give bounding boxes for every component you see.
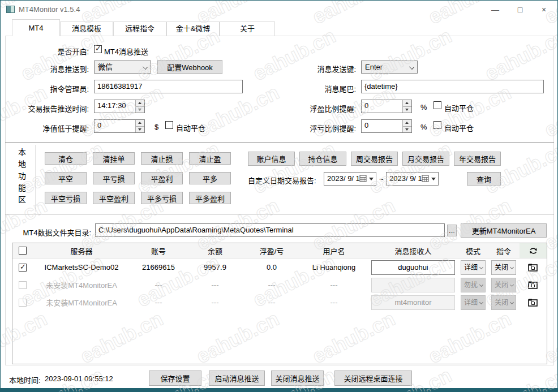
- date-to-picker[interactable]: 2023/ 9/ 1: [386, 172, 439, 186]
- update-ea-button[interactable]: 更新MT4MonitorEA: [461, 223, 547, 238]
- close-remote-desktop-button[interactable]: 关闭远程桌面连接: [334, 371, 412, 386]
- spin-down-icon[interactable]: [136, 107, 144, 113]
- yearly-report-button[interactable]: 年交易报告: [454, 152, 501, 166]
- clear-pending-button[interactable]: 清挂单: [93, 152, 135, 165]
- command-select[interactable]: 关闭: [491, 260, 516, 275]
- refresh-sort-icon[interactable]: [529, 247, 538, 255]
- maximize-button[interactable]: □: [508, 1, 533, 19]
- row-checkbox[interactable]: [19, 299, 27, 307]
- query-button[interactable]: 查询: [467, 172, 501, 186]
- spin-up-icon[interactable]: [403, 100, 411, 107]
- cell-user: Li Huanqiong: [300, 259, 368, 276]
- mode-select[interactable]: 详细: [461, 295, 486, 310]
- clear-takeprofit-button[interactable]: 清止盈: [189, 152, 231, 165]
- close-all-button[interactable]: 清仓: [45, 152, 87, 165]
- close-long-profit-button[interactable]: 平多盈利: [189, 192, 231, 204]
- cell-server: 未安装MT4MonitorEA: [33, 294, 130, 311]
- receiver-input[interactable]: duguohui: [371, 260, 455, 275]
- equity-alert-spinner[interactable]: 0: [94, 119, 145, 133]
- close-short-loss-button[interactable]: 平空亏损: [45, 192, 87, 204]
- spinner-arrows[interactable]: [135, 120, 144, 132]
- mode-select[interactable]: 勿扰: [461, 278, 486, 292]
- msg-tail-input[interactable]: {datetime}: [361, 80, 544, 93]
- enable-checkbox[interactable]: [94, 45, 102, 53]
- mode-value: 详细: [464, 264, 478, 272]
- equity-auto-close-checkbox[interactable]: [165, 121, 173, 129]
- spinner-arrows[interactable]: [402, 120, 411, 132]
- row-checkbox[interactable]: [19, 264, 27, 272]
- position-info-button[interactable]: 持仓信息: [299, 152, 346, 166]
- start-push-button[interactable]: 启动消息推送: [209, 371, 265, 386]
- divider: [5, 214, 554, 214]
- clear-stoploss-button[interactable]: 清止损: [141, 152, 183, 165]
- tab-mt4[interactable]: MT4: [12, 19, 60, 36]
- monthly-report-button[interactable]: 月交易报告: [402, 152, 449, 166]
- browse-button[interactable]: ...: [447, 225, 457, 236]
- tab-jinshi-weibo[interactable]: 金十&微博: [166, 21, 220, 36]
- loss-alert-spinner[interactable]: 0: [361, 119, 412, 133]
- send-key-label: 消息发送键:: [267, 63, 356, 74]
- loss-auto-close-checkbox[interactable]: [433, 121, 441, 129]
- close-button[interactable]: ×: [531, 1, 556, 19]
- date-from-picker[interactable]: 2023/ 9/ 1: [324, 172, 376, 186]
- close-profiting-button[interactable]: 平盈利: [141, 172, 183, 184]
- admin-label: 指令管理员:: [5, 83, 89, 94]
- col-receiver: 消息接收人: [368, 243, 458, 258]
- directory-input[interactable]: C:\Users\duguohui\AppData\Roaming\MetaQu…: [95, 223, 445, 237]
- tab-remote-command[interactable]: 远程指令: [113, 21, 166, 36]
- command-value: 关闭: [495, 264, 508, 272]
- spinner-arrows[interactable]: [402, 100, 411, 113]
- report-time-value: 14:17:30: [97, 101, 126, 110]
- close-losing-button[interactable]: 平亏损: [93, 172, 135, 184]
- receiver-input[interactable]: mt4monitor: [371, 295, 455, 310]
- account-info-button[interactable]: 账户信息: [248, 152, 295, 166]
- chevron-down-icon: [479, 300, 483, 304]
- tab-about[interactable]: 关于: [220, 21, 275, 36]
- config-webhook-button[interactable]: 配置Webhook: [157, 60, 222, 74]
- spin-up-icon[interactable]: [136, 120, 144, 127]
- col-command: 指令: [488, 243, 520, 258]
- profit-auto-close-checkbox[interactable]: [433, 101, 441, 109]
- command-select[interactable]: 关闭: [491, 295, 516, 310]
- open-folder-icon[interactable]: [528, 298, 538, 307]
- enable-label: 是否开启:: [5, 46, 89, 57]
- col-account: 账号: [130, 243, 187, 258]
- minimize-button[interactable]: —: [483, 1, 508, 19]
- row-checkbox[interactable]: [19, 281, 27, 289]
- profit-alert-spinner[interactable]: 0: [361, 100, 412, 113]
- equity-alert-label: 净值低于提醒:: [5, 123, 89, 133]
- command-select[interactable]: 关闭: [491, 278, 516, 292]
- col-user: 用户名: [300, 243, 368, 258]
- close-long-loss-button[interactable]: 平多亏损: [141, 192, 183, 204]
- stop-push-button[interactable]: 关闭消息推送: [271, 371, 324, 386]
- chevron-down-icon: [409, 64, 414, 70]
- close-long-button[interactable]: 平多: [189, 172, 231, 184]
- close-short-profit-button[interactable]: 平空盈利: [93, 192, 135, 204]
- cell-balance: ---: [187, 294, 243, 311]
- spin-down-icon[interactable]: [136, 127, 144, 133]
- spin-up-icon[interactable]: [403, 120, 411, 127]
- send-key-select[interactable]: Enter: [361, 61, 418, 74]
- close-short-button[interactable]: 平空: [45, 172, 87, 184]
- admin-input[interactable]: 18616381917: [94, 80, 243, 93]
- spin-down-icon[interactable]: [403, 107, 411, 113]
- weekly-report-button[interactable]: 周交易报告: [351, 152, 398, 166]
- mode-select[interactable]: 详细: [461, 260, 486, 275]
- table-row: 未安装MT4MonitorEA --- --- --- --- 勿扰 关闭: [12, 276, 547, 294]
- spin-down-icon[interactable]: [403, 127, 411, 133]
- open-folder-icon[interactable]: [528, 281, 538, 290]
- command-value: 关闭: [495, 299, 508, 307]
- msg-tail-label: 消息尾巴:: [267, 83, 356, 94]
- select-all-checkbox[interactable]: [19, 247, 27, 255]
- spinner-arrows[interactable]: [135, 100, 144, 113]
- open-folder-icon[interactable]: [528, 263, 538, 272]
- cell-balance: ---: [187, 276, 243, 294]
- col-mode: 模式: [458, 243, 488, 258]
- save-settings-button[interactable]: 保存设置: [149, 371, 201, 386]
- receiver-input[interactable]: [371, 278, 455, 292]
- spin-up-icon[interactable]: [136, 100, 144, 107]
- tab-message-template[interactable]: 消息模板: [60, 21, 113, 36]
- chevron-down-icon: [510, 282, 514, 286]
- push-to-select[interactable]: 微信: [94, 61, 151, 74]
- report-time-spinner[interactable]: 14:17:30: [94, 100, 145, 113]
